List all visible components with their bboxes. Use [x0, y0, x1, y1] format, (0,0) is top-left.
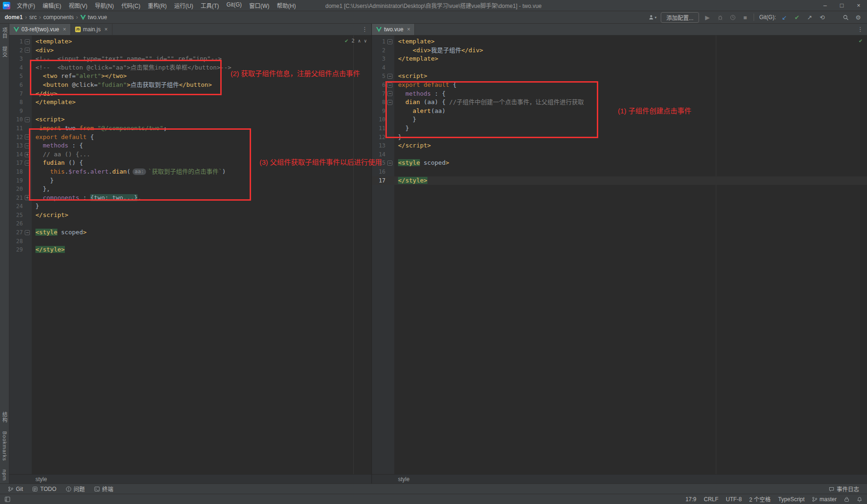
fold-icon[interactable]: −: [25, 48, 30, 53]
code-line[interactable]: 14+ // aa () {...: [9, 150, 371, 159]
code-line[interactable]: 17</style>: [372, 176, 867, 185]
code-line[interactable]: 7</div>: [9, 90, 371, 98]
code-line[interactable]: 17− fudian () {: [9, 159, 371, 168]
git-commit-icon[interactable]: ✔: [793, 13, 801, 21]
code-text[interactable]: <two ref="alert"></two>: [32, 72, 127, 81]
toolwindow-button-终端[interactable]: 终端: [90, 484, 118, 494]
fold-icon[interactable]: +: [25, 195, 30, 200]
git-branch-widget[interactable]: master: [812, 496, 837, 503]
code-text[interactable]: <!-- <button @click="aa">点击聚焦inpt表单框</bu…: [32, 63, 231, 72]
tool-stripe-0[interactable]: 项目: [1, 28, 8, 39]
menu-item-8[interactable]: Git(G): [223, 0, 245, 11]
fold-icon[interactable]: −: [25, 161, 30, 166]
menu-item-1[interactable]: 编辑(E): [39, 0, 65, 11]
toolwindow-toggle-icon[interactable]: [5, 497, 10, 502]
code-text[interactable]: </style>: [32, 245, 65, 254]
code-line[interactable]: 11 import two from "@/components/two";: [9, 124, 371, 133]
code-line[interactable]: 4<!-- <button @click="aa">点击聚焦inpt表单框</b…: [9, 63, 371, 72]
tab-main.js[interactable]: JSmain.js×: [71, 24, 112, 35]
code-line[interactable]: 8</template>: [9, 98, 371, 107]
gutter[interactable]: 10−: [9, 115, 32, 124]
code-text[interactable]: </template>: [32, 98, 76, 107]
code-text[interactable]: }: [32, 176, 54, 185]
inspections-widget[interactable]: ✔ 2 ∧ ∨: [345, 37, 367, 44]
code-line[interactable]: 29</style>: [9, 245, 371, 254]
fold-icon[interactable]: −: [25, 230, 30, 235]
toolwindow-button-问题[interactable]: 问题: [62, 484, 89, 494]
breadcrumb-item[interactable]: components: [43, 14, 74, 21]
menu-item-5[interactable]: 重构(R): [144, 0, 171, 11]
gutter[interactable]: 29: [9, 245, 32, 254]
code-text[interactable]: <template>: [32, 37, 72, 46]
code-text[interactable]: }: [32, 202, 39, 211]
fold-icon[interactable]: −: [387, 74, 392, 79]
gutter[interactable]: 4: [9, 63, 32, 72]
breadcrumb-item[interactable]: src: [29, 14, 37, 21]
code-line[interactable]: 10 }: [372, 115, 867, 124]
code-text[interactable]: <div>我是子组件</div>: [394, 46, 483, 55]
menu-item-9[interactable]: 窗口(W): [245, 0, 273, 11]
editor-options-kebab-icon[interactable]: ⋮: [857, 26, 863, 33]
code-line[interactable]: 7− methods : {: [372, 90, 867, 98]
toolwindow-button-Git[interactable]: Git: [4, 484, 27, 494]
menu-item-0[interactable]: 文件(F): [13, 0, 39, 11]
code-line[interactable]: 4: [372, 63, 867, 72]
stop-icon[interactable]: ■: [741, 13, 749, 21]
gutter[interactable]: 15−: [372, 159, 394, 168]
toolwindow-button-事件日志[interactable]: 事件日志: [825, 484, 863, 494]
breadcrumb-style-tag[interactable]: style: [35, 476, 47, 483]
profile-icon[interactable]: ▾: [648, 13, 657, 21]
status-item-3[interactable]: 2 个空格: [749, 495, 771, 503]
menu-item-7[interactable]: 工具(T): [197, 0, 223, 11]
tool-stripe-1[interactable]: 提交: [1, 46, 8, 57]
fold-icon[interactable]: −: [25, 134, 30, 140]
code-text[interactable]: components : {two: two...},: [32, 194, 141, 203]
code-line[interactable]: 1−<template>: [9, 37, 371, 46]
menu-item-3[interactable]: 导航(N): [91, 0, 118, 11]
code-line[interactable]: 9 alert(aa): [372, 107, 867, 116]
gutter[interactable]: 1−: [372, 37, 394, 46]
code-text[interactable]: [32, 219, 35, 228]
code-text[interactable]: dian (aa) { //子组件中创建一个点击事件，让父组件进行获取: [394, 98, 584, 107]
gutter[interactable]: 1−: [9, 37, 32, 46]
tool-stripe-bottom-2[interactable]: npm: [2, 469, 7, 481]
gutter[interactable]: 9: [9, 107, 32, 116]
code-text[interactable]: [394, 168, 398, 176]
code-text[interactable]: <style scoped>: [394, 159, 449, 168]
lock-icon[interactable]: [844, 497, 849, 502]
code-text[interactable]: export default {: [32, 133, 94, 142]
profiler-icon[interactable]: [728, 13, 737, 21]
gutter[interactable]: 7: [9, 90, 32, 98]
git-update-icon[interactable]: ↙: [780, 13, 789, 21]
status-item-0[interactable]: 17:9: [685, 496, 696, 503]
code-line[interactable]: 15−<style scoped>: [372, 159, 867, 168]
gutter[interactable]: 26: [9, 219, 32, 228]
fold-icon[interactable]: −: [387, 39, 392, 44]
tool-stripe-bottom-1[interactable]: Bookmarks: [2, 431, 7, 461]
gutter[interactable]: 14+: [9, 150, 32, 159]
code-line[interactable]: 2 <div>我是子组件</div>: [372, 46, 867, 55]
code-line[interactable]: 9: [9, 107, 371, 116]
code-line[interactable]: 11 }: [372, 124, 867, 133]
fold-icon[interactable]: −: [387, 83, 392, 88]
code-line[interactable]: 25</script>: [9, 211, 371, 220]
code-text[interactable]: import two from "@/components/two";: [32, 124, 167, 133]
breadcrumb-style-tag[interactable]: style: [398, 476, 410, 483]
code-line[interactable]: 13</script>: [372, 141, 867, 150]
gutter[interactable]: 8−: [372, 98, 394, 107]
code-line[interactable]: 26: [9, 219, 371, 228]
gutter[interactable]: 7−: [372, 90, 394, 98]
code-area-0[interactable]: 1−<template>2−<div>3<!-- <input type="te…: [9, 35, 371, 474]
gutter[interactable]: 2−: [9, 46, 32, 55]
minimize-button[interactable]: –: [817, 0, 833, 11]
gutter[interactable]: 8: [9, 98, 32, 107]
gutter[interactable]: 14: [372, 150, 394, 159]
code-line[interactable]: 5 <two ref="alert"></two>: [9, 72, 371, 81]
code-text[interactable]: [394, 63, 398, 72]
code-line[interactable]: 21+ components : {two: two...},: [9, 194, 371, 203]
code-text[interactable]: methods : {: [394, 90, 446, 98]
gutter[interactable]: 4: [372, 63, 394, 72]
debug-icon[interactable]: [716, 13, 724, 21]
gutter[interactable]: 3: [9, 55, 32, 63]
code-line[interactable]: 20 },: [9, 185, 371, 194]
